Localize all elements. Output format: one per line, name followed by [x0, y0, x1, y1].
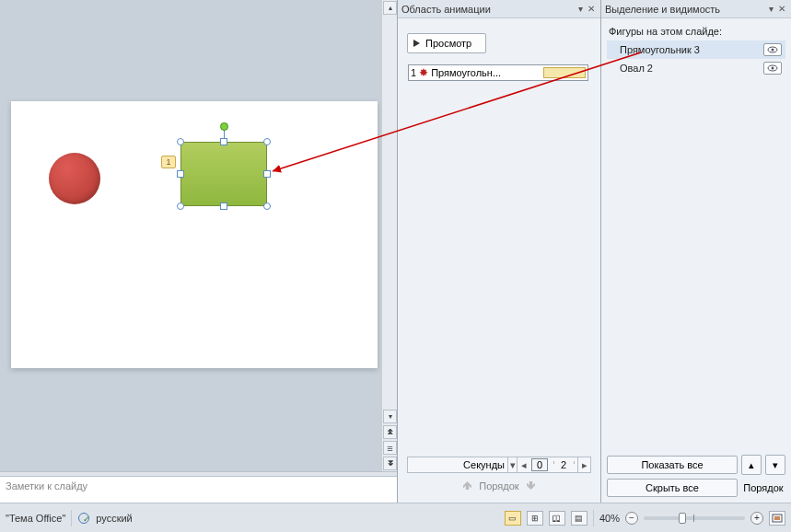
fit-to-window-button[interactable] [769, 511, 785, 526]
pane-close-icon[interactable]: ✕ [776, 4, 787, 14]
view-sorter-button[interactable]: ⊞ [527, 511, 543, 526]
move-down-button[interactable]: 🡻 [525, 480, 538, 492]
selection-list: Прямоугольник 3 Овал 2 [601, 40, 791, 77]
next-slide-button[interactable]: ⯯ [383, 457, 397, 470]
vertical-scrollbar[interactable]: ▴ ▾ ⯭ ≡ ⯯ [381, 0, 397, 471]
visibility-toggle[interactable] [763, 62, 782, 75]
order-label: Порядок [479, 480, 518, 492]
selection-item[interactable]: Прямоугольник 3 [607, 40, 785, 59]
fit-icon [772, 514, 783, 523]
timeline-current: 0 [531, 458, 548, 471]
language-icon[interactable] [77, 512, 90, 525]
slide-work-area: 1 ▴ ▾ ⯭ ≡ ⯯ [0, 0, 397, 471]
theme-status: "Тема Office" [6, 513, 65, 524]
selection-pane-title: Выделение и видимость [605, 4, 765, 15]
zoom-slider[interactable] [644, 516, 745, 520]
animation-pane-header: Область анимации ▾ ✕ [398, 0, 600, 18]
scroll-up-button[interactable]: ▴ [383, 1, 397, 15]
resize-handle[interactable] [263, 138, 271, 145]
eye-icon [767, 64, 778, 72]
hide-all-button[interactable]: Скрыть все [607, 479, 738, 497]
selection-item-name: Овал 2 [611, 63, 760, 74]
language-status[interactable]: русский [96, 513, 132, 524]
shape-oval[interactable] [49, 153, 100, 204]
eye-icon [767, 46, 778, 53]
resize-handle[interactable] [220, 202, 227, 210]
animation-pane-title: Область анимации [401, 4, 575, 15]
zoom-out-button[interactable]: − [625, 512, 638, 525]
seconds-dropdown[interactable]: ▾ [507, 457, 517, 472]
prev-slide-button[interactable]: ⯭ [383, 425, 397, 439]
resize-handle[interactable] [263, 170, 271, 178]
timeline-ruler: Секунды ▾ ◂ 0 ˈ 2 ˈ ▸ [407, 457, 591, 473]
resize-handle[interactable] [177, 138, 184, 145]
timeline-prev-button[interactable]: ◂ [517, 457, 529, 472]
reorder-up-button[interactable]: ▴ [741, 455, 762, 475]
view-normal-button[interactable]: ▭ [505, 511, 521, 526]
order-controls: 🡹 Порядок 🡻 [407, 477, 591, 495]
anim-item-name: Прямоугольн... [431, 67, 541, 78]
preview-label: Просмотр [425, 38, 471, 49]
anim-duration-bar[interactable] [543, 67, 586, 78]
resize-handle[interactable] [177, 202, 184, 210]
order-label: Порядок [741, 482, 785, 493]
pane-menu-icon[interactable]: ▾ [575, 4, 586, 14]
zoom-in-button[interactable]: + [750, 512, 763, 525]
zoom-percent[interactable]: 40% [599, 513, 620, 524]
selection-item[interactable]: Овал 2 [607, 59, 785, 77]
selection-list-label: Фигуры на этом слайде: [601, 18, 791, 40]
svg-point-3 [772, 67, 774, 70]
animation-list-item[interactable]: 1 ✸ Прямоугольн... [408, 64, 588, 81]
view-slideshow-button[interactable]: ▤ [571, 511, 587, 526]
move-up-button[interactable]: 🡹 [460, 480, 473, 492]
preview-button[interactable]: Просмотр [407, 33, 486, 53]
effect-icon: ✸ [419, 67, 428, 78]
pane-menu-icon[interactable]: ▾ [765, 4, 776, 14]
resize-handle[interactable] [177, 170, 184, 178]
slide-nav-menu-button[interactable]: ≡ [383, 441, 397, 455]
show-all-button[interactable]: Показать все [607, 456, 738, 474]
slide-canvas[interactable]: 1 [11, 101, 378, 368]
animation-index-tag[interactable]: 1 [161, 156, 176, 168]
rotate-handle[interactable] [220, 122, 228, 131]
notes-placeholder: Заметки к слайду [6, 480, 87, 492]
status-bar: "Тема Office" русский ▭ ⊞ 🕮 ▤ 40% − + [0, 503, 791, 532]
pane-close-icon[interactable]: ✕ [586, 4, 597, 14]
timeline-next-button[interactable]: ▸ [577, 457, 590, 472]
anim-item-index: 1 [411, 67, 416, 78]
svg-rect-5 [774, 516, 780, 520]
svg-point-1 [772, 49, 774, 52]
reorder-down-button[interactable]: ▾ [765, 455, 785, 475]
notes-area[interactable]: Заметки к слайду [0, 477, 397, 503]
animation-pane: Область анимации ▾ ✕ Просмотр 1 ✸ Прямоу… [397, 0, 600, 503]
selection-pane: Выделение и видимость ▾ ✕ Фигуры на этом… [600, 0, 791, 503]
resize-handle[interactable] [220, 138, 227, 145]
visibility-toggle[interactable] [763, 43, 782, 56]
resize-handle[interactable] [263, 202, 271, 210]
view-reading-button[interactable]: 🕮 [549, 511, 565, 526]
scroll-down-button[interactable]: ▾ [383, 410, 397, 423]
shape-rectangle[interactable]: 1 [180, 142, 267, 206]
selection-pane-header: Выделение и видимость ▾ ✕ [601, 0, 791, 18]
timeline-marker: 2 [557, 459, 570, 470]
play-icon [413, 40, 420, 47]
seconds-label: Секунды [408, 459, 507, 470]
selection-item-name: Прямоугольник 3 [611, 44, 760, 55]
zoom-thumb[interactable] [679, 513, 686, 524]
